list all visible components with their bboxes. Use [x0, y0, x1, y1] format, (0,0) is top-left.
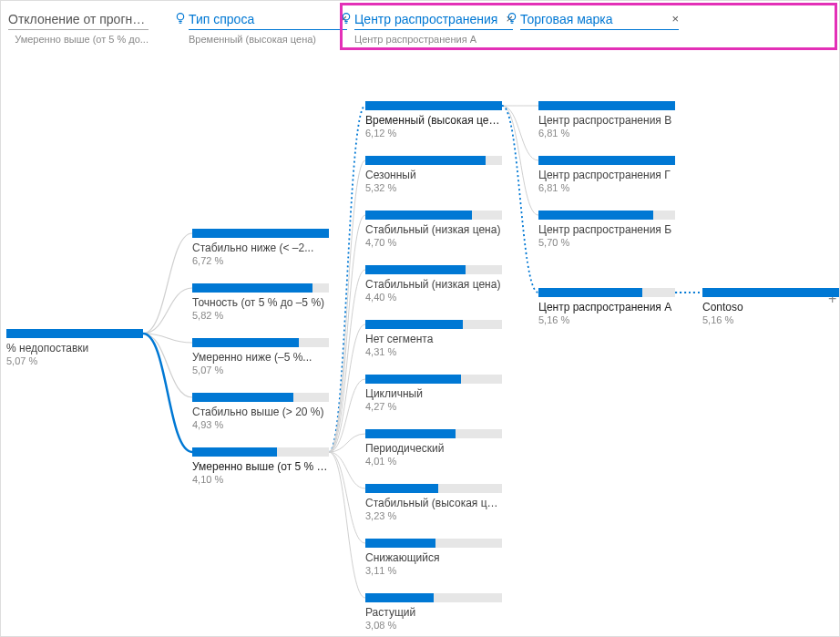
node-value: 5,70 % [538, 237, 675, 248]
level2-node[interactable]: Нет сегмента4,31 % [365, 320, 502, 357]
node-label: Сезонный [365, 169, 502, 181]
value-bar [192, 338, 329, 347]
node-value: 3,23 % [365, 510, 502, 521]
node-label: Стабильный (низкая цена) [365, 223, 502, 236]
value-bar [365, 484, 502, 493]
node-value: 4,10 % [192, 474, 329, 485]
svg-point-3 [343, 14, 349, 20]
value-bar [192, 447, 329, 457]
value-bar [365, 593, 502, 602]
lightbulb-icon [340, 12, 353, 25]
level2-node[interactable]: Периодический4,01 % [365, 429, 502, 467]
level1-node[interactable]: Стабильно ниже (< –2...6,72 % [192, 229, 329, 266]
value-bar [192, 393, 329, 402]
node-label: Центр распространения Г [538, 169, 675, 181]
node-label: Умеренно выше (от 5 % до... [192, 460, 329, 473]
level1-node[interactable]: Умеренно ниже (–5 %...5,07 % [192, 338, 329, 375]
level2-node[interactable]: Снижающийся3,11 % [365, 539, 502, 576]
breadcrumb-sub: Временный (высокая цена) [189, 30, 347, 45]
svg-point-6 [508, 14, 515, 20]
level2-node[interactable]: Цикличный4,27 % [365, 375, 502, 412]
value-bar [365, 101, 502, 110]
level1-node[interactable]: Точность (от 5 % до –5 %)5,82 % [192, 283, 329, 321]
node-label: Временный (высокая цена) [365, 114, 502, 127]
node-value: 5,07 % [192, 365, 329, 375]
breadcrumb-root[interactable]: Отклонение от прогноза Умеренно выше (от… [8, 10, 154, 45]
node-label: Снижающийся [365, 551, 502, 564]
level3-node[interactable]: Центр распространения Г6,81 % [538, 156, 675, 193]
breadcrumb-title: Центр распространения [354, 10, 513, 30]
node-value: 6,12 % [365, 128, 502, 139]
level3-node[interactable]: Центр распространения А5,16 % [538, 288, 675, 325]
node-label: Центр распространения Б [538, 223, 675, 236]
node-label: Contoso [702, 301, 839, 313]
node-value: 5,32 % [365, 182, 502, 193]
node-label: Стабильный (низкая цена) [365, 278, 502, 291]
lightbulb-icon [506, 12, 518, 25]
close-icon[interactable]: × [671, 12, 679, 26]
root-node[interactable]: % недопоставки5,07 % [6, 329, 143, 366]
level2-node[interactable]: Стабильный (низкая цена)4,40 % [365, 265, 502, 303]
node-value: 6,72 % [192, 255, 329, 266]
node-value: 6,81 % [538, 128, 675, 139]
node-value: 4,93 % [192, 419, 329, 430]
level2-node[interactable]: Сезонный5,32 % [365, 156, 502, 193]
breadcrumb-item-0[interactable]: Тип спроса × Временный (высокая цена) [189, 10, 347, 45]
node-value: 4,31 % [365, 346, 502, 357]
breadcrumb-bar: Отклонение от прогноза Умеренно выше (от… [1, 1, 839, 56]
breadcrumb-title: Тип спроса [189, 10, 347, 30]
node-value: 3,08 % [365, 620, 502, 631]
node-label: Стабильно выше (> 20 %) [192, 406, 329, 418]
value-bar [538, 211, 675, 220]
breadcrumb-item-2[interactable]: Торговая марка × [520, 10, 679, 34]
node-label: Периодический [365, 442, 502, 455]
breadcrumb-sub: Центр распространения А [354, 30, 513, 45]
level2-node[interactable]: Растущий3,08 % [365, 593, 502, 631]
value-bar [192, 283, 329, 293]
value-bar [702, 288, 839, 297]
node-label: Стабильный (высокая цена) [365, 497, 502, 509]
node-label: % недопоставки [6, 342, 143, 354]
node-label: Цикличный [365, 387, 502, 400]
level1-node[interactable]: Стабильно выше (> 20 %)4,93 % [192, 393, 329, 430]
value-bar [365, 156, 502, 165]
node-value: 4,01 % [365, 456, 502, 467]
node-value: 5,16 % [702, 314, 839, 325]
level2-node[interactable]: Стабильный (высокая цена)3,23 % [365, 484, 502, 521]
value-bar [538, 156, 675, 165]
value-bar [365, 375, 502, 384]
level4-node[interactable]: Contoso5,16 % [702, 288, 839, 325]
value-bar [365, 211, 502, 220]
node-value: 5,07 % [6, 355, 143, 366]
level2-node[interactable]: Стабильный (низкая цена)4,70 % [365, 211, 502, 248]
node-value: 5,82 % [192, 310, 329, 321]
level2-node[interactable]: Временный (высокая цена)6,12 % [365, 101, 502, 139]
node-value: 6,81 % [538, 182, 675, 193]
value-bar [538, 101, 675, 110]
tree-canvas: + % недопоставки5,07 %Стабильно ниже (< … [1, 56, 839, 636]
node-value: 5,16 % [538, 314, 675, 325]
breadcrumb-root-sub: Умеренно выше (от 5 % до... [8, 30, 149, 45]
node-label: Умеренно ниже (–5 %... [192, 351, 329, 364]
breadcrumb-title: Торговая марка [520, 10, 679, 30]
breadcrumb-sub [520, 30, 679, 34]
svg-point-0 [177, 14, 183, 20]
value-bar [365, 265, 502, 274]
breadcrumb-item-1[interactable]: Центр распространения × Центр распростра… [354, 10, 513, 45]
value-bar [6, 329, 143, 338]
node-value: 4,27 % [365, 401, 502, 412]
breadcrumb-root-title: Отклонение от прогноза [8, 10, 149, 30]
value-bar [192, 229, 329, 238]
level3-node[interactable]: Центр распространения Б5,70 % [538, 211, 675, 248]
value-bar [538, 288, 675, 297]
node-value: 4,40 % [365, 292, 502, 303]
node-value: 3,11 % [365, 565, 502, 576]
level3-node[interactable]: Центр распространения В6,81 % [538, 101, 675, 139]
node-label: Центр распространения А [538, 301, 675, 313]
level1-node[interactable]: Умеренно выше (от 5 % до...4,10 % [192, 447, 329, 485]
node-label: Стабильно ниже (< –2... [192, 241, 329, 254]
value-bar [365, 539, 502, 548]
node-label: Точность (от 5 % до –5 %) [192, 296, 329, 309]
value-bar [365, 429, 502, 438]
lightbulb-icon [174, 12, 187, 25]
